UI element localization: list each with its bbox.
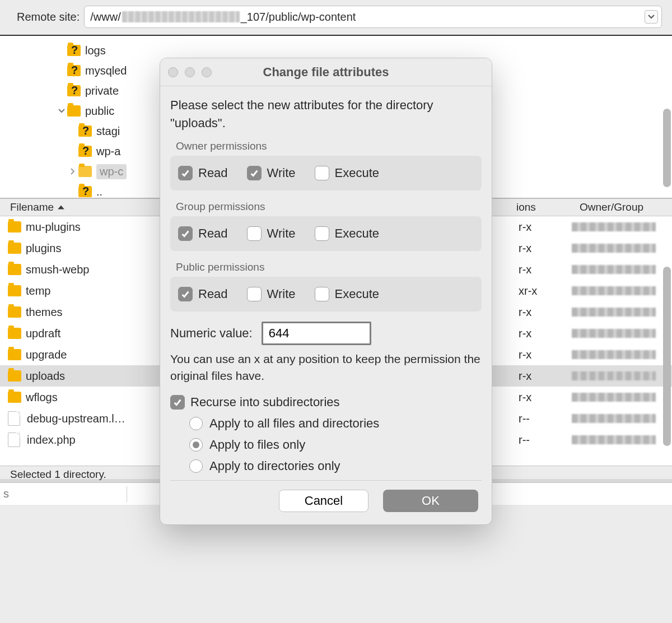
group-permissions-label: Group permissions [170, 201, 482, 213]
file-permissions: r-x [519, 348, 563, 361]
checkbox-icon [178, 287, 193, 301]
chevron-down-icon[interactable] [56, 105, 67, 117]
numeric-value-input[interactable] [262, 322, 371, 345]
recurse-checkbox[interactable]: Recurse into subdirectories [170, 395, 482, 410]
file-permissions: r-- [519, 434, 563, 447]
checkbox-icon [315, 226, 329, 241]
radio-icon [189, 417, 203, 430]
file-name: wflogs [26, 391, 58, 404]
group-permissions-group: Group permissions ReadWriteExecute [170, 201, 482, 251]
column-owner-group[interactable]: Owner/Group [561, 201, 662, 213]
separator [170, 480, 482, 481]
folder-icon [67, 85, 81, 96]
public-permissions-label: Public permissions [170, 261, 482, 273]
owner-execute-checkbox[interactable]: Execute [315, 166, 380, 180]
remote-site-label: Remote site: [17, 11, 80, 24]
remote-site-bar: Remote site: /www/ _107/public/wp-conten… [0, 0, 672, 35]
checkbox-label: Read [198, 166, 228, 180]
file-name: debug-upstream.l… [27, 412, 125, 425]
file-permissions: xr-x [519, 285, 563, 297]
group-read-checkbox[interactable]: Read [178, 226, 228, 241]
group-execute-checkbox[interactable]: Execute [315, 226, 380, 241]
tree-scrollbar[interactable] [663, 109, 671, 198]
sort-ascending-icon [57, 203, 65, 212]
file-name: themes [26, 306, 63, 319]
checkbox-label: Write [267, 226, 296, 241]
folder-icon [67, 45, 81, 56]
tree-item-label: wp-a [96, 145, 120, 158]
owner-permissions-group: Owner permissions ReadWriteExecute [170, 140, 482, 190]
dialog-titlebar[interactable]: Change file attributes [160, 58, 492, 86]
tree-item-label: mysqled [85, 64, 127, 77]
folder-icon [8, 285, 21, 296]
public-read-checkbox[interactable]: Read [178, 287, 228, 301]
checkbox-label: Write [267, 166, 296, 180]
file-permissions: r-x [519, 327, 563, 340]
public-write-checkbox[interactable]: Write [247, 287, 296, 301]
checkbox-label: Execute [335, 226, 380, 241]
public-permissions-group: Public permissions ReadWriteExecute [170, 261, 482, 312]
folder-icon [78, 146, 92, 157]
cancel-button[interactable]: Cancel [279, 490, 368, 512]
masked-path-segment [122, 11, 240, 22]
tree-item-label: .. [96, 185, 102, 198]
group-write-checkbox[interactable]: Write [247, 226, 296, 241]
file-name: plugins [26, 242, 61, 255]
owner-read-checkbox[interactable]: Read [178, 166, 228, 180]
recurse-label: Recurse into subdirectories [190, 395, 340, 410]
tree-item-label: logs [85, 44, 106, 57]
checkbox-icon [247, 166, 262, 180]
file-list-scrollbar[interactable] [663, 267, 671, 457]
file-icon [8, 411, 20, 426]
folder-icon [67, 105, 81, 117]
masked-owner-group [572, 350, 656, 359]
file-name: uploads [26, 370, 65, 383]
masked-owner-group [572, 329, 656, 338]
chevron-right-icon[interactable] [67, 166, 78, 177]
tree-item-label: wp-c [96, 164, 127, 179]
status-text: Selected 1 directory. [10, 468, 106, 480]
file-permissions: r-x [519, 242, 563, 255]
masked-owner-group [572, 393, 656, 402]
tree-item-label: public [85, 105, 114, 118]
folder-icon [8, 370, 21, 382]
owner-permissions-label: Owner permissions [170, 140, 482, 152]
file-name: updraft [26, 327, 60, 340]
remote-path-suffix: _107/public/wp-content [241, 11, 356, 24]
radio-apply-files[interactable]: Apply to files only [189, 438, 482, 452]
radio-apply-dirs[interactable]: Apply to directories only [189, 459, 482, 473]
chevron-down-icon [648, 15, 655, 19]
dialog-prompt: Please select the new attributes for the… [170, 96, 482, 132]
folder-icon [8, 349, 21, 360]
checkbox-label: Execute [335, 166, 380, 180]
radio-icon [189, 459, 203, 473]
ok-button[interactable]: OK [383, 490, 478, 512]
path-dropdown-button[interactable] [645, 10, 658, 24]
folder-icon [8, 243, 21, 254]
masked-owner-group [572, 222, 656, 231]
checkbox-label: Read [198, 287, 228, 301]
masked-owner-group [572, 414, 656, 423]
checkbox-icon [315, 166, 329, 180]
public-execute-checkbox[interactable]: Execute [315, 287, 380, 301]
column-permissions[interactable]: ions [516, 201, 561, 213]
file-permissions: r-x [519, 370, 563, 383]
folder-icon [78, 186, 92, 197]
owner-write-checkbox[interactable]: Write [247, 166, 296, 180]
remote-path-input[interactable]: /www/ _107/public/wp-content [84, 6, 662, 28]
file-permissions: r-x [519, 221, 563, 234]
checkbox-label: Execute [335, 287, 380, 301]
file-name: temp [26, 285, 50, 297]
radio-apply-all[interactable]: Apply to all files and directories [189, 416, 482, 431]
file-permissions: r-x [519, 391, 563, 404]
masked-owner-group [572, 435, 656, 444]
masked-owner-group [572, 371, 656, 380]
checkbox-icon [170, 395, 185, 410]
checkbox-icon [178, 166, 193, 180]
file-name: smush-webp [26, 263, 89, 276]
change-attributes-dialog: Change file attributes Please select the… [160, 58, 492, 525]
masked-owner-group [572, 308, 656, 317]
folder-icon [67, 65, 81, 76]
masked-owner-group [572, 244, 656, 253]
permissions-hint: You can use an x at any position to keep… [170, 351, 482, 385]
